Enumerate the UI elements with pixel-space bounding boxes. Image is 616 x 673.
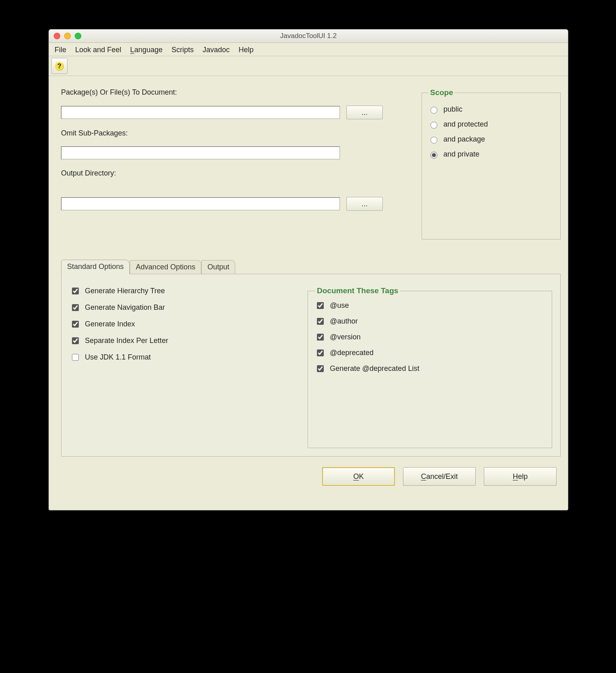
scope-private-radio[interactable]: [430, 152, 437, 159]
menubar: File Look and Feel Language Scripts Java…: [49, 43, 568, 56]
help-button[interactable]: Help: [484, 467, 557, 486]
opt-hierarchy[interactable]: Generate Hierarchy Tree: [70, 286, 300, 296]
scope-package-radio[interactable]: [430, 137, 437, 144]
tag-use[interactable]: @use: [315, 301, 544, 310]
tab-panel-standard: Generate Hierarchy Tree Generate Navigat…: [61, 274, 561, 457]
tag-author[interactable]: @author: [315, 317, 544, 326]
scope-protected[interactable]: and protected: [428, 120, 554, 129]
ok-button[interactable]: OK: [322, 467, 395, 486]
opt-index[interactable]: Generate Index: [70, 320, 300, 329]
close-icon[interactable]: [54, 33, 60, 39]
opt-separate-index[interactable]: Separate Index Per Letter: [70, 336, 300, 345]
output-dir-label: Output Directory:: [61, 169, 409, 178]
tag-deprecated-list[interactable]: Generate @deprecated List: [315, 364, 544, 373]
omit-input[interactable]: [61, 146, 340, 159]
output-dir-browse-button[interactable]: ...: [346, 197, 383, 211]
packages-browse-button[interactable]: ...: [346, 106, 383, 119]
tab-standard-options[interactable]: Standard Options: [61, 260, 130, 274]
menu-javadoc[interactable]: Javadoc: [203, 46, 230, 54]
zoom-icon[interactable]: [75, 33, 81, 39]
document-tags-legend: Document These Tags: [315, 286, 400, 295]
dialog-buttons: OK Cancel/Exit Help: [61, 467, 561, 486]
titlebar: JavadocToolUI 1.2: [49, 30, 568, 43]
opt-navbar[interactable]: Generate Navigation Bar: [70, 303, 300, 312]
content-area: Package(s) Or File(s) To Document: ... O…: [49, 76, 568, 495]
minimize-icon[interactable]: [64, 33, 71, 39]
scope-package[interactable]: and package: [428, 135, 554, 144]
tab-advanced-options[interactable]: Advanced Options: [130, 260, 201, 274]
document-tags-group: Document These Tags @use @author @versio…: [308, 286, 552, 448]
toolbar-help-button[interactable]: ?: [51, 58, 68, 74]
scope-public[interactable]: public: [428, 105, 554, 114]
scope-legend: Scope: [428, 88, 455, 97]
window-controls: [49, 33, 81, 39]
output-dir-input[interactable]: [61, 197, 340, 210]
app-window: JavadocToolUI 1.2 File Look and Feel Lan…: [49, 29, 568, 510]
cancel-button[interactable]: Cancel/Exit: [403, 467, 476, 486]
menu-language[interactable]: Language: [130, 46, 162, 54]
help-icon: ?: [55, 61, 64, 71]
toolbar: ?: [49, 56, 568, 76]
scope-protected-radio[interactable]: [430, 122, 437, 129]
input-form: Package(s) Or File(s) To Document: ... O…: [61, 88, 413, 239]
standard-options-list: Generate Hierarchy Tree Generate Navigat…: [70, 286, 300, 448]
window-title: JavadocToolUI 1.2: [49, 32, 568, 40]
opt-jdk11[interactable]: Use JDK 1.1 Format: [70, 353, 300, 362]
omit-label: Omit Sub-Packages:: [61, 129, 409, 138]
scope-public-radio[interactable]: [430, 107, 437, 114]
tag-deprecated[interactable]: @deprecated: [315, 348, 544, 358]
packages-input[interactable]: [61, 106, 340, 119]
tag-version[interactable]: @version: [315, 332, 544, 342]
menu-look-and-feel[interactable]: Look and Feel: [75, 46, 121, 54]
menu-file[interactable]: File: [55, 46, 66, 54]
menu-scripts[interactable]: Scripts: [171, 46, 194, 54]
tabs: Standard Options Advanced Options Output…: [61, 260, 561, 457]
scope-group: Scope public and protected and package: [422, 88, 561, 239]
scope-private[interactable]: and private: [428, 150, 554, 159]
menu-help[interactable]: Help: [238, 46, 253, 54]
packages-label: Package(s) Or File(s) To Document:: [61, 88, 409, 97]
tab-output[interactable]: Output: [201, 260, 235, 274]
